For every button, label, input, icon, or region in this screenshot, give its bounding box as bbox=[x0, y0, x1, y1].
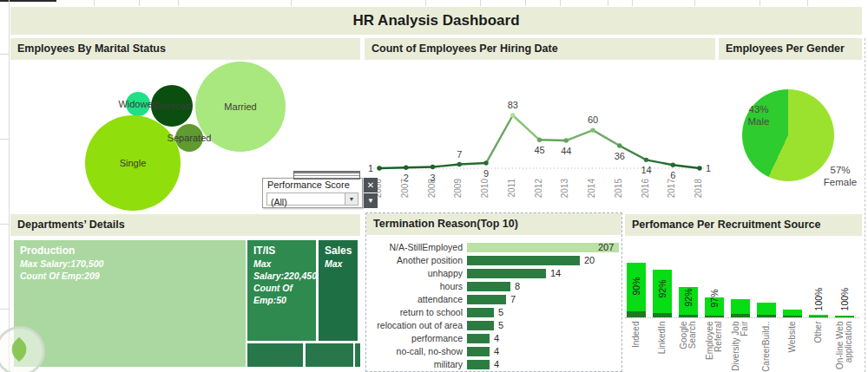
bubble-label: Married bbox=[224, 101, 256, 112]
line-point-mark[interactable] bbox=[431, 165, 435, 169]
treemap-cell-text: Max bbox=[325, 258, 352, 270]
line-point-mark[interactable] bbox=[377, 166, 381, 170]
x-axis-year-label: 2009 bbox=[454, 179, 464, 212]
treemap-cell-sales[interactable]: SalesMax bbox=[319, 240, 358, 341]
line-point-mark[interactable] bbox=[617, 143, 621, 147]
x-axis-year-label: 2016 bbox=[641, 179, 652, 212]
termination-category-label: performance bbox=[366, 332, 463, 345]
treemap-cell-text: Sales bbox=[325, 245, 352, 258]
chevron-down-icon[interactable]: ▼ bbox=[345, 193, 358, 205]
line-point-mark[interactable] bbox=[564, 138, 569, 142]
x-axis-year-label: 2007 bbox=[401, 179, 411, 212]
grid-line bbox=[632, 0, 633, 6]
termination-category-label: hours bbox=[366, 280, 463, 293]
recruitment-pct-label: 92% bbox=[683, 283, 694, 312]
termination-bar-mark[interactable] bbox=[467, 282, 510, 291]
bubble-label: Divorced bbox=[153, 101, 190, 111]
line-segment bbox=[433, 165, 460, 167]
line-segment bbox=[406, 167, 433, 168]
point-value-label: 1 bbox=[368, 163, 373, 173]
termination-bar-mark[interactable] bbox=[467, 360, 490, 369]
dashboard-title: HR Analysis Dashboard bbox=[10, 7, 862, 35]
termination-category-label: N/A-StillEmployed bbox=[366, 241, 463, 254]
x-axis-category-label: Diversity Job Fair bbox=[732, 321, 750, 372]
x-axis-category-label: Website bbox=[788, 321, 798, 372]
x-axis-year-label: 2018 bbox=[694, 179, 705, 212]
filter-drag-handle-icon[interactable] bbox=[293, 171, 360, 179]
line-point-mark[interactable] bbox=[537, 138, 542, 142]
panel-hiring-date: Count of Employees Per Hiring Date 12379… bbox=[365, 38, 715, 212]
hbar-chart: N/A-StillEmployed207Another position20un… bbox=[366, 235, 621, 371]
treemap-cell-itis[interactable]: IT/ISMaxSalary:220,450Count Of Emp:50 bbox=[247, 240, 316, 341]
line-point-mark[interactable] bbox=[671, 163, 675, 167]
point-value-label: 60 bbox=[588, 114, 598, 125]
termination-category-label: military bbox=[366, 358, 463, 371]
grid-line bbox=[480, 0, 481, 6]
table-row: military4 bbox=[366, 358, 618, 371]
recruitment-bar-mark[interactable] bbox=[731, 299, 750, 317]
termination-bar-mark[interactable] bbox=[467, 334, 490, 343]
line-segment bbox=[513, 115, 540, 140]
recruitment-pct-label: 92% bbox=[657, 274, 667, 303]
table-row: return to school5 bbox=[366, 306, 618, 319]
treemap-cell-text: Max Salary:170,500 bbox=[20, 258, 240, 270]
pie-label-female: 57%Female bbox=[819, 164, 861, 188]
line-point-mark[interactable] bbox=[457, 162, 462, 166]
vbar-chart: 90%Indeed92%LinkedIn92%Google Search97%E… bbox=[625, 236, 862, 372]
leaf-icon bbox=[7, 337, 31, 362]
filter-title: Performance Score bbox=[263, 179, 362, 190]
termination-bar-mark[interactable] bbox=[467, 347, 490, 356]
treemap-cell-production[interactable]: ProductionMax Salary:170,500Count Of Emp… bbox=[14, 240, 246, 367]
recruitment-bar-base-segment bbox=[809, 317, 828, 317]
x-axis-category-label: Employee Referral bbox=[706, 321, 724, 372]
x-axis-year-label: 2014 bbox=[588, 179, 598, 212]
table-row: relocation out of area5 bbox=[366, 319, 618, 332]
line-segment bbox=[593, 130, 620, 146]
line-point-mark[interactable] bbox=[644, 158, 648, 162]
pie-chart: 43%Male 57%Female bbox=[719, 60, 862, 212]
point-value-label: 44 bbox=[561, 146, 571, 156]
line-point-mark[interactable] bbox=[404, 166, 408, 170]
x-axis-category-label: Google Search bbox=[680, 321, 698, 372]
termination-bar-mark[interactable] bbox=[467, 295, 506, 304]
bubble-label: Widowed bbox=[118, 99, 157, 109]
line-chart: 1237983454460361461200620072008200920102… bbox=[365, 60, 715, 212]
termination-category-label: Another position bbox=[366, 254, 463, 267]
termination-value-label: 4 bbox=[494, 332, 499, 345]
x-axis-year-label: 2017 bbox=[667, 179, 678, 212]
table-row: no-call, no-show4 bbox=[366, 345, 618, 358]
line-point-mark[interactable] bbox=[590, 127, 595, 132]
line-point-mark[interactable] bbox=[697, 166, 701, 170]
treemap-cell[interactable] bbox=[306, 343, 353, 367]
panel-termination-header: Termination Reason(Top 10) bbox=[366, 213, 621, 235]
grid-line bbox=[525, 0, 526, 6]
line-point-mark[interactable] bbox=[510, 113, 515, 117]
recruitment-bar-mark[interactable] bbox=[783, 310, 802, 317]
treemap-cell-text: Production bbox=[20, 245, 240, 258]
termination-bar-mark[interactable] bbox=[467, 321, 494, 330]
close-icon[interactable]: ✕ bbox=[364, 178, 378, 193]
recruitment-bar-mark[interactable] bbox=[757, 303, 776, 317]
treemap-cell[interactable] bbox=[247, 343, 303, 367]
grid-line bbox=[0, 139, 9, 140]
table-row: attendance7 bbox=[366, 293, 618, 306]
recruitment-bar-mark[interactable] bbox=[809, 315, 828, 317]
termination-value-label: 14 bbox=[550, 267, 561, 280]
filter-dropdown[interactable]: (All) ▼ bbox=[266, 193, 358, 206]
recruitment-bar-mark[interactable] bbox=[835, 316, 854, 317]
treemap-cell[interactable] bbox=[355, 343, 360, 367]
termination-bar-mark[interactable] bbox=[467, 308, 494, 317]
filter-menu-arrow-icon[interactable]: ▼ bbox=[364, 193, 378, 208]
grid-line bbox=[0, 224, 9, 225]
termination-category-label: attendance bbox=[366, 293, 463, 306]
termination-value-label: 207 bbox=[598, 241, 614, 254]
panel-recruitment-header: Perfomance Per Recruitment Source bbox=[625, 214, 862, 236]
recruitment-bar-base-segment bbox=[627, 311, 646, 317]
grid-line bbox=[608, 0, 608, 6]
table-row: hours8 bbox=[366, 280, 618, 293]
termination-bar-mark[interactable] bbox=[467, 243, 619, 252]
termination-bar-mark[interactable] bbox=[467, 256, 580, 265]
termination-bar-mark[interactable] bbox=[467, 269, 546, 278]
line-point-mark[interactable] bbox=[483, 160, 488, 165]
panel-marital-header: Employees By Marital Status bbox=[10, 38, 360, 60]
